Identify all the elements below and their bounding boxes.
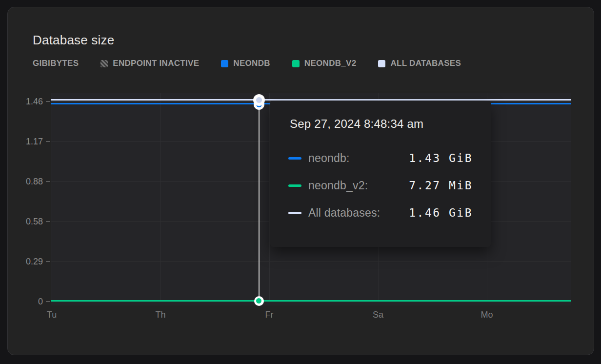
tooltip-row-neondb-v2: neondb_v2: 7.27 MiB (288, 177, 473, 194)
legend-item-label: NEONDB_V2 (304, 59, 357, 68)
legend-item-neondb[interactable]: NEONDB (221, 59, 270, 68)
neondb-v2-series-line (51, 300, 571, 302)
all-databases-dash-icon (288, 212, 301, 214)
x-axis-tick-label: Th (141, 310, 180, 320)
tooltip-series-value: 1.43 GiB (409, 152, 473, 164)
legend-item-label: ALL DATABASES (390, 59, 461, 68)
tooltip-row-neondb: neondb: 1.43 GiB (288, 150, 473, 166)
hover-crosshair-line (259, 98, 260, 303)
all-databases-point-marker (256, 97, 262, 103)
y-axis-tick-label: 0.88 (13, 177, 43, 187)
x-axis-tick-label: Mo (467, 310, 506, 320)
y-axis-tick-mark (46, 261, 50, 262)
y-axis-tick-label: 0.58 (13, 217, 43, 227)
x-axis-tick-label: Fr (250, 310, 289, 320)
neondb-dash-icon (288, 157, 301, 160)
tooltip-series-value: 1.46 GiB (409, 206, 473, 219)
database-size-card: Database size GIBIBYTES ENDPOINT INACTIV… (7, 7, 594, 355)
tooltip-series-value: 7.27 MiB (409, 179, 473, 192)
x-axis-tick-label: Tu (32, 310, 71, 320)
tooltip-timestamp: Sep 27, 2024 8:48:34 am (290, 116, 473, 132)
legend-item-label: NEONDB (233, 59, 270, 68)
legend-item-endpoint-inactive[interactable]: ENDPOINT INACTIVE (100, 59, 199, 68)
gridline-vertical (160, 93, 161, 302)
tooltip-series-label: neondb_v2: (308, 179, 368, 192)
x-axis-tick-label: Sa (359, 310, 398, 320)
chart-title: Database size (33, 33, 114, 48)
neondb-v2-dash-icon (288, 184, 301, 187)
y-axis-tick-mark (46, 141, 50, 142)
y-axis-tick-label: 0.29 (13, 257, 43, 267)
chart-tooltip: Sep 27, 2024 8:48:34 am neondb: 1.43 GiB… (270, 101, 491, 247)
y-axis-tick-mark (46, 221, 50, 222)
y-axis-tick-label: 1.46 (13, 97, 43, 107)
neondb-v2-point-marker (256, 298, 261, 303)
y-axis-tick-mark (46, 301, 50, 302)
tooltip-rows: neondb: 1.43 GiB neondb_v2: 7.27 MiB All… (288, 150, 473, 221)
y-axis-tick-label: 1.17 (13, 137, 43, 147)
gridline-vertical (52, 93, 52, 302)
legend-item-all-databases[interactable]: ALL DATABASES (378, 59, 461, 68)
all-databases-swatch-icon (378, 60, 385, 67)
chart-legend: GIBIBYTES ENDPOINT INACTIVE NEONDB NEOND… (33, 60, 461, 67)
y-axis-tick-mark (46, 181, 50, 182)
neondb-swatch-icon (221, 60, 228, 67)
gridline-horizontal (51, 302, 571, 302)
legend-item-label: ENDPOINT INACTIVE (113, 59, 199, 68)
neondb-v2-swatch-icon (292, 60, 300, 67)
endpoint-inactive-hatch-icon (100, 60, 108, 67)
tooltip-series-label: neondb: (308, 152, 350, 165)
gridline-vertical (269, 93, 270, 302)
tooltip-row-all-databases: All databases: 1.46 GiB (288, 204, 473, 221)
all-databases-series-line (51, 99, 571, 101)
tooltip-series-label: All databases: (308, 206, 380, 220)
gridline-horizontal (51, 262, 571, 262)
legend-unit-label: GIBIBYTES (33, 59, 79, 68)
y-axis-tick-label: 0 (13, 297, 43, 307)
y-axis-tick-mark (46, 101, 50, 102)
legend-item-neondb-v2[interactable]: NEONDB_V2 (292, 59, 357, 68)
